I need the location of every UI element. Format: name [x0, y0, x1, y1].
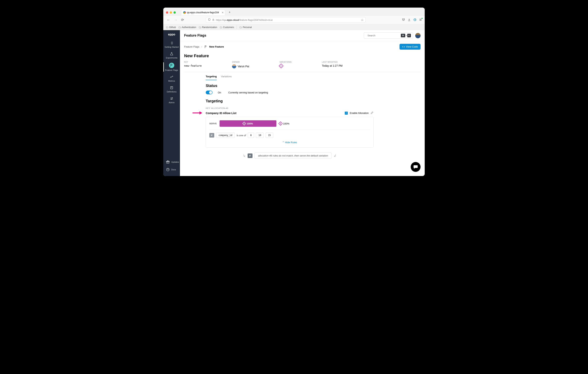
flask-icon — [170, 52, 174, 56]
sidebar-item-label: Admin — [168, 101, 174, 104]
breadcrumb-root[interactable]: Feature Flags — [184, 45, 199, 48]
sidebar-item-updates[interactable]: Updates — [163, 158, 180, 166]
back-button[interactable]: ← — [166, 17, 171, 23]
corner-arrow-icon: ↲ — [334, 154, 336, 158]
status-on-label: On — [218, 91, 221, 94]
sidebar-item-admin[interactable]: Admin — [163, 95, 180, 106]
chevron-right-icon: › — [201, 45, 202, 48]
flag-icon — [169, 63, 174, 68]
status-toggle[interactable] — [206, 91, 212, 94]
meta-modified-label: LAST MODIFIED — [322, 61, 343, 63]
extension-icon[interactable] — [413, 18, 416, 22]
corner-arrow-icon: ↳ — [243, 154, 246, 158]
user-avatar[interactable] — [415, 33, 420, 38]
if-badge: IF — [248, 153, 252, 158]
lock-icon — [212, 18, 214, 21]
rule-value: 10 — [256, 133, 263, 138]
bookmark-star-icon[interactable]: ☆ — [361, 18, 364, 22]
svg-point-7 — [366, 35, 366, 36]
sidebar-item-definitions[interactable]: Definitions — [163, 84, 180, 95]
sidebar-item-experiments[interactable]: Experiments — [163, 50, 180, 61]
meta-key-value: new-feature — [184, 64, 202, 67]
rule-value: 15 — [266, 133, 273, 138]
tab-title: qa.eppo.cloud/feature-flags/204 — [187, 11, 219, 14]
sliders-icon — [170, 97, 174, 100]
sidebar-item-docs[interactable]: Docs — [163, 166, 180, 173]
sidebar-item-label: Getting Started — [165, 46, 179, 48]
url-text: https://qa.eppo.cloud/feature-flags/204?… — [216, 19, 273, 21]
search-shortcut: ⌘+K — [401, 34, 411, 37]
search-input[interactable]: ⌘+K — [364, 32, 413, 39]
allocation-name: Company ID Allow List — [206, 111, 236, 115]
feature-title: New Feature — [184, 53, 420, 58]
search-field[interactable] — [368, 34, 399, 37]
breadcrumb-current: New Feature — [209, 45, 224, 48]
sidebar-item-label: Definitions — [167, 91, 176, 93]
breadcrumb: Feature Flags › New Feature — [184, 45, 224, 49]
menu-icon[interactable] — [419, 18, 422, 22]
meta-variations-label: VARIATIONS — [279, 61, 292, 63]
variation-icon: 1 — [279, 64, 284, 68]
tab-variations[interactable]: Variations — [221, 75, 232, 80]
default-rule: ↳ IF allocation-46 rules do not match, t… — [206, 152, 374, 159]
chat-icon — [413, 164, 418, 169]
allocation-card: SERVE 1 100% 1 100% — [206, 117, 374, 148]
bookmark-customers[interactable]: Customers — [220, 26, 234, 29]
variation-icon: 1 — [242, 122, 246, 125]
chart-icon — [170, 75, 174, 79]
serve-bar: 1 100% — [220, 120, 276, 127]
minimize-window[interactable] — [170, 11, 172, 14]
flag-icon — [204, 45, 207, 49]
feature-meta: KEY new-feature OWNER Varun Pai VARIATIO… — [184, 61, 420, 72]
list-icon — [170, 41, 174, 45]
status-description: Currently serving based on targeting — [228, 91, 268, 94]
gift-icon — [166, 160, 170, 164]
enable-allocation-checkbox[interactable]: ✓ — [345, 112, 348, 115]
arrow-annotation-icon — [192, 111, 203, 115]
download-icon[interactable] — [408, 18, 411, 22]
sidebar-item-getting-started[interactable]: Getting Started — [163, 39, 180, 50]
rule-row: IF company_id is one of 8 10 15 — [209, 130, 370, 138]
pocket-icon[interactable] — [402, 18, 405, 22]
hide-rules-button[interactable]: ⌃ Hide Rules — [282, 141, 297, 144]
variation-icon: 1 — [278, 121, 283, 126]
maximize-window[interactable] — [174, 11, 176, 14]
shield-icon — [208, 18, 211, 21]
rule-value: 8 — [248, 133, 254, 138]
browser-tab[interactable]: qa.eppo.cloud/feature-flags/204 × — [181, 10, 225, 15]
sidebar-item-metrics[interactable]: Metrics — [163, 73, 180, 84]
bookmark-github[interactable]: Github — [166, 26, 176, 29]
owner-avatar — [232, 64, 236, 68]
new-tab-button[interactable]: + — [227, 11, 233, 14]
targeting-heading: Targeting — [206, 99, 374, 103]
book-icon — [170, 86, 174, 90]
sidebar-item-feature-flags[interactable]: Feature Flags — [163, 61, 180, 73]
sidebar-item-label: Experiments — [166, 57, 177, 59]
bookmark-authentication[interactable]: Authentication — [178, 26, 196, 29]
rule-operator: is one of — [237, 134, 246, 137]
reload-button[interactable]: ⟳ — [180, 17, 185, 23]
browser-chrome: qa.eppo.cloud/feature-flags/204 × + ← → … — [163, 8, 425, 30]
meta-owner-label: OWNER — [232, 61, 249, 63]
edit-icon[interactable] — [370, 111, 374, 115]
tab-targeting[interactable]: Targeting — [206, 75, 217, 80]
forward-button[interactable]: → — [173, 17, 178, 23]
code-icon — [402, 45, 405, 48]
allocation-key: KEY: ALLOCATION-46 — [206, 107, 374, 109]
chat-fab[interactable] — [411, 162, 420, 172]
serve-percent: 100% — [283, 122, 289, 125]
url-bar[interactable]: https://qa.eppo.cloud/feature-flags/204?… — [206, 17, 366, 23]
svg-rect-0 — [213, 20, 214, 21]
view-code-button[interactable]: View Code — [399, 44, 420, 50]
tab-close-icon[interactable]: × — [222, 11, 223, 14]
if-badge: IF — [209, 133, 214, 138]
sidebar-item-label: Docs — [171, 168, 176, 171]
svg-point-4 — [171, 99, 172, 99]
close-window[interactable] — [166, 11, 168, 14]
meta-key-label: KEY — [184, 61, 202, 63]
bookmark-personal[interactable]: Personal — [240, 26, 252, 29]
help-icon — [166, 168, 170, 171]
svg-point-3 — [172, 97, 173, 98]
rule-attribute: company_id — [216, 133, 235, 138]
bookmark-randomization[interactable]: Randomization — [199, 26, 217, 29]
